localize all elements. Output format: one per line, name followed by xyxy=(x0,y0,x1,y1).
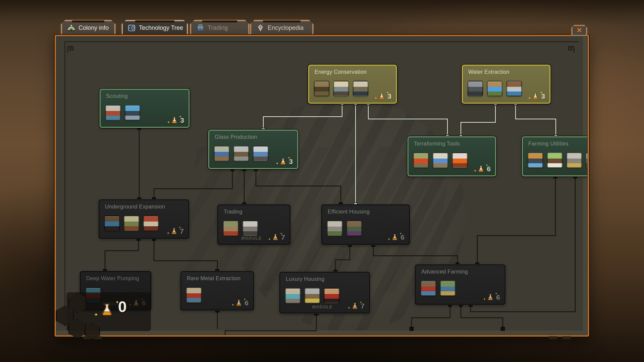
tab-label: Trading xyxy=(208,24,228,32)
hydroponics-grid-icon xyxy=(440,281,455,296)
frame-icon xyxy=(314,81,329,96)
tent-tower-icon xyxy=(346,221,362,236)
greenhouse-icon xyxy=(547,153,562,168)
tech-node-title: Trading xyxy=(224,209,243,215)
research-flask-icon xyxy=(486,293,494,301)
tech-node-terraforming-tools[interactable]: Terraforming Tools6 xyxy=(408,136,496,176)
tech-node-title: Advanced Farming xyxy=(421,269,468,275)
tech-node-title: Luxury Housing xyxy=(286,276,324,282)
research-flask-icon xyxy=(170,227,178,235)
research-cost: 3 xyxy=(378,92,391,100)
drill-rig-icon xyxy=(124,216,139,231)
tech-node-title: Underground Expansion xyxy=(105,204,165,210)
drying-rack-icon xyxy=(233,146,249,161)
research-flask-icon xyxy=(271,233,279,241)
unlock-icons-row xyxy=(223,221,258,236)
tab-trading[interactable]: Trading xyxy=(190,20,250,35)
atmosphere-reactor-icon xyxy=(452,153,468,168)
tech-node-glass-production[interactable]: Glass Production3 xyxy=(208,130,298,169)
glass-furnace-icon xyxy=(253,146,268,161)
tech-tree-canvas[interactable]: Scouting3Energy Conservation3Water Extra… xyxy=(56,37,587,335)
tech-node-deep-water-pumping[interactable]: Deep Water PumpingMODULE6 xyxy=(80,271,151,310)
tech-node-trading-node[interactable]: TradingMODULE7 xyxy=(217,204,290,245)
tech-node-farming-utilities[interactable]: Farming Utilities xyxy=(522,136,587,176)
tech-node-underground-expansion[interactable]: Underground Expansion7 xyxy=(99,199,189,239)
unlock-icons-row xyxy=(285,288,339,303)
trade-post-icon xyxy=(223,221,238,236)
metal-extractor-icon xyxy=(186,287,202,303)
close-button[interactable]: ✕ xyxy=(571,25,587,36)
research-cost: 3 xyxy=(531,92,545,100)
dome-icon xyxy=(67,23,75,32)
research-flask-icon xyxy=(132,299,140,307)
deep-pump-icon xyxy=(86,287,101,303)
tech-tree-panel: Scouting3Energy Conservation3Water Extra… xyxy=(55,35,589,337)
research-flask-icon xyxy=(391,233,399,241)
explosive-barrel-icon xyxy=(143,216,159,231)
research-flask-icon xyxy=(378,92,386,100)
dome-tent-icon xyxy=(433,153,448,168)
tech-node-luxury-housing[interactable]: Luxury HousingMODULE7 xyxy=(279,272,370,313)
tech-node-title: Farming Utilities xyxy=(528,141,569,147)
happy-colonist-icon xyxy=(324,288,339,303)
unlock-icons-row xyxy=(105,105,140,120)
briefcase-icon xyxy=(196,23,205,32)
atrium-tower-icon xyxy=(305,288,320,303)
unlock-icons-row xyxy=(214,146,268,161)
research-cost: 6 xyxy=(132,299,146,307)
tech-node-title: Terraforming Tools xyxy=(414,141,460,147)
unlock-icons-row xyxy=(327,221,362,236)
luxury-tower-icon xyxy=(285,288,301,303)
tech-node-advanced-farming[interactable]: Advanced Farming6 xyxy=(415,264,505,305)
tech-node-scouting[interactable]: Scouting3 xyxy=(100,89,190,128)
unlock-icons-row xyxy=(314,81,368,96)
svg-text:?: ? xyxy=(259,25,261,29)
shield-question-icon: ? xyxy=(256,23,265,32)
tech-node-water-extraction[interactable]: Water Extraction3 xyxy=(462,65,550,104)
round-module-icon xyxy=(586,153,587,168)
cargo-shuttle-icon xyxy=(243,221,258,236)
field-frame-icon xyxy=(528,153,543,168)
unlock-icons-row xyxy=(528,153,587,168)
research-flask-icon xyxy=(351,302,359,310)
rover-icon xyxy=(105,105,121,120)
tech-node-rare-metal-extraction[interactable]: Rare Metal Extraction6 xyxy=(180,271,254,310)
tab-colony-info[interactable]: Colony info xyxy=(61,20,116,35)
research-flask-icon xyxy=(170,116,178,124)
glass-smelter-icon xyxy=(214,146,229,161)
terraformer-icon xyxy=(413,153,429,168)
research-cost: 6 xyxy=(235,299,249,307)
solar-panel-icon xyxy=(333,81,349,96)
power-unit-icon xyxy=(353,81,368,96)
module-label: MODULE xyxy=(103,302,123,306)
scout-drone-icon xyxy=(125,105,140,120)
research-cost: 3 xyxy=(279,158,293,166)
tab-encyclopedia[interactable]: ?Encyclopedia xyxy=(250,20,314,35)
panel-notch xyxy=(549,336,557,339)
module-label: MODULE xyxy=(312,305,332,309)
research-cost: 6 xyxy=(477,165,491,173)
round-tower-icon xyxy=(327,221,342,236)
tab-label: Encyclopedia xyxy=(268,24,304,32)
research-cost: 7 xyxy=(170,227,184,235)
tech-node-title: Deep Water Pumping xyxy=(86,276,139,282)
panel-notch xyxy=(83,336,102,339)
scaffold-icon xyxy=(468,81,483,96)
research-flask-icon xyxy=(531,92,539,100)
research-cost: 6 xyxy=(486,293,500,301)
oval-frame-icon xyxy=(567,153,582,168)
water-extractor-icon xyxy=(487,81,502,96)
research-flask-icon xyxy=(235,299,243,307)
tech-node-energy-conservation[interactable]: Energy Conservation3 xyxy=(308,65,397,104)
corner-curl-right-icon xyxy=(565,43,575,53)
tech-node-efficient-housing[interactable]: Efficient Housing6 xyxy=(321,204,410,245)
tab-label: Colony info xyxy=(78,24,109,32)
tech-node-title: Energy Conservation xyxy=(315,69,367,75)
tech-node-title: Scouting xyxy=(106,93,128,99)
unlock-icons-row xyxy=(468,81,522,96)
research-cost: 3 xyxy=(170,116,184,124)
tab-label: Technology Tree xyxy=(139,24,183,32)
tab-technology-tree[interactable]: Technology Tree xyxy=(121,20,188,35)
water-tank-icon xyxy=(506,81,522,96)
research-cost: 7 xyxy=(351,302,365,310)
